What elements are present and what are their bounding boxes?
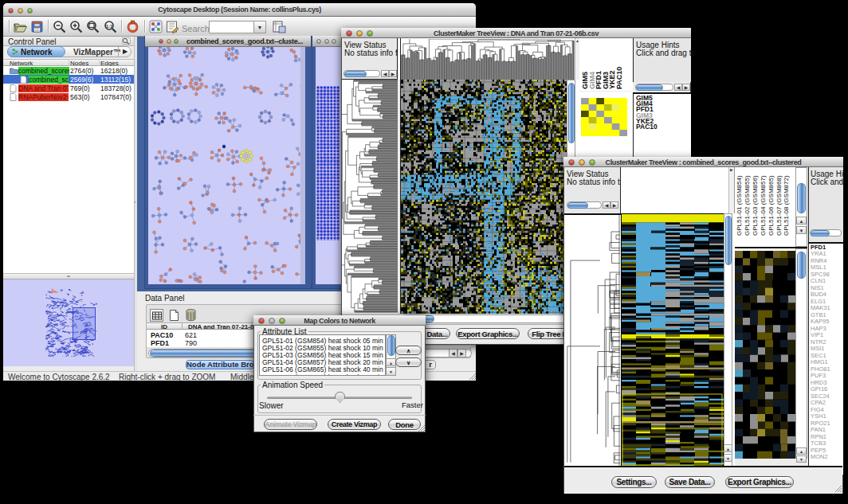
svg-text:1:1: 1:1 (106, 24, 113, 29)
